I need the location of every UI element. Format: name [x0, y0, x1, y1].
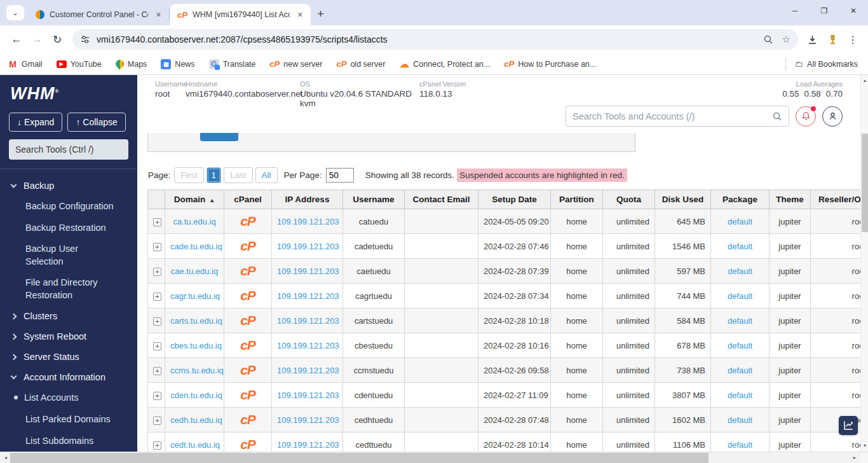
cpanel-logo-icon[interactable]: cP: [240, 313, 255, 328]
tab-close-icon[interactable]: ✕: [153, 10, 164, 20]
bookmark-star-icon[interactable]: ☆: [782, 34, 790, 45]
column-contact-email[interactable]: Contact Email: [405, 190, 478, 209]
user-account-button[interactable]: [822, 106, 843, 127]
ip-address-link[interactable]: 109.199.121.203: [277, 341, 339, 350]
domain-link[interactable]: cden.tu.edu.iq: [170, 390, 222, 400]
package-link[interactable]: default: [728, 366, 752, 375]
column-quota[interactable]: Quota: [603, 190, 655, 209]
package-link[interactable]: default: [728, 242, 752, 251]
bookmark-old-server[interactable]: cPold server: [336, 59, 385, 69]
package-link[interactable]: default: [728, 291, 752, 301]
tools-search-input[interactable]: [573, 111, 772, 121]
column-cpanel[interactable]: cPanel: [224, 190, 272, 209]
per-page-input[interactable]: [326, 168, 354, 183]
tab-close-icon[interactable]: ✕: [295, 10, 306, 20]
cpanel-logo-icon[interactable]: cP: [240, 288, 255, 303]
window-close-button[interactable]: ✕: [839, 0, 868, 22]
column-partition[interactable]: Partition: [551, 190, 603, 209]
column-disk-used[interactable]: Disk Used: [655, 190, 711, 209]
ip-address-link[interactable]: 109.199.121.203: [277, 415, 339, 425]
bookmark-cloudflare[interactable]: ☁Connect, Protect an...: [399, 59, 490, 69]
cpanel-logo-icon[interactable]: cP: [240, 338, 255, 352]
zoom-page-icon[interactable]: [763, 34, 773, 45]
column-package[interactable]: Package: [711, 190, 770, 209]
ip-address-link[interactable]: 109.199.121.203: [277, 291, 339, 301]
ip-address-link[interactable]: 109.199.121.203: [277, 390, 339, 400]
sidebar-item-backup-configuration[interactable]: Backup Configuration: [0, 196, 125, 218]
cpanel-logo-icon[interactable]: cP: [240, 263, 255, 278]
ip-address-link[interactable]: 109.199.121.203: [277, 217, 339, 226]
ip-address-link[interactable]: 109.199.121.203: [277, 440, 339, 450]
expand-row-icon[interactable]: +: [153, 317, 161, 326]
forward-button[interactable]: →: [27, 29, 47, 50]
cpanel-logo-icon[interactable]: cP: [240, 437, 255, 452]
domain-link[interactable]: cedt.tu.edu.iq: [170, 440, 220, 450]
column-username[interactable]: Username: [343, 190, 405, 209]
sidebar-search-input[interactable]: [9, 139, 128, 160]
bookmark-news[interactable]: ▤News: [161, 59, 194, 69]
cpanel-logo-icon[interactable]: cP: [240, 363, 255, 377]
package-link[interactable]: default: [728, 390, 752, 400]
domain-link[interactable]: cade.tu.edu.iq: [170, 242, 222, 251]
horizontal-scrollbar[interactable]: ◄ ►: [0, 452, 868, 463]
sidebar-item-list-parked-domains[interactable]: List Parked Domains: [0, 409, 125, 431]
sidebar-section-account-information[interactable]: Account Information: [0, 367, 137, 387]
sidebar-section-system-reboot[interactable]: System Reboot: [0, 326, 137, 347]
bookmark-maps[interactable]: Maps: [116, 60, 147, 69]
reload-button[interactable]: ↻: [47, 29, 67, 50]
domain-link[interactable]: cedh.tu.edu.iq: [170, 415, 222, 425]
bookmark-gmail[interactable]: MGmail: [8, 59, 43, 69]
expand-row-icon[interactable]: +: [153, 243, 161, 251]
sidebar-section-server-status[interactable]: Server Status: [0, 347, 137, 367]
sidebar-section-clusters[interactable]: Clusters: [0, 306, 137, 326]
last-page-button[interactable]: Last: [224, 167, 253, 183]
browser-tab-customer-panel[interactable]: Customer Control Panel - Conta ✕: [28, 4, 169, 25]
new-tab-button[interactable]: +: [317, 7, 324, 21]
column-ip-address[interactable]: IP Address: [272, 190, 343, 209]
first-page-button[interactable]: First: [174, 167, 203, 183]
window-maximize-button[interactable]: ❐: [810, 0, 839, 22]
whm-logo[interactable]: WHM®: [0, 83, 137, 110]
all-bookmarks-button[interactable]: 🗀All Bookmarks: [795, 59, 858, 69]
sidebar-item-backup-restoration[interactable]: Backup Restoration: [0, 218, 125, 239]
url-text[interactable]: vmi1679440.contaboserver.net:2087/cpsess…: [97, 34, 754, 45]
domain-link[interactable]: cae.tu.edu.iq: [171, 266, 218, 276]
back-button[interactable]: ←: [6, 29, 27, 50]
package-link[interactable]: default: [728, 440, 752, 450]
ip-address-link[interactable]: 109.199.121.203: [277, 316, 339, 326]
vertical-scrollbar[interactable]: ▲ ▼: [860, 75, 868, 452]
site-settings-icon[interactable]: [80, 34, 90, 45]
notifications-button[interactable]: [796, 106, 816, 127]
cpanel-logo-icon[interactable]: cP: [240, 387, 255, 402]
ip-address-link[interactable]: 109.199.121.203: [277, 266, 339, 276]
scroll-left-arrow[interactable]: ◄: [1, 452, 10, 463]
expand-row-icon[interactable]: +: [153, 342, 161, 350]
sidebar-item-file-directory-restoration[interactable]: File and Directory Restoration: [0, 272, 111, 306]
expand-row-icon[interactable]: +: [153, 367, 161, 375]
all-pages-button[interactable]: All: [255, 167, 278, 183]
tools-search-box[interactable]: [566, 106, 789, 127]
cpanel-logo-icon[interactable]: cP: [240, 412, 255, 427]
expand-all-button[interactable]: ↓ Expand: [9, 113, 62, 132]
package-link[interactable]: default: [728, 266, 752, 276]
ip-address-link[interactable]: 109.199.121.203: [277, 242, 339, 251]
browser-tab-whm[interactable]: cP WHM [vmi1679440] List Accoun ✕: [170, 4, 311, 25]
expand-row-icon[interactable]: +: [153, 392, 161, 400]
column-setup-date[interactable]: Setup Date: [478, 190, 551, 209]
package-link[interactable]: default: [728, 217, 752, 226]
expand-row-icon[interactable]: +: [153, 268, 161, 276]
domain-link[interactable]: cbes.tu.edu.iq: [170, 341, 222, 350]
search-submit-button[interactable]: [200, 133, 238, 141]
scroll-down-arrow[interactable]: ▼: [861, 441, 868, 450]
package-link[interactable]: default: [728, 415, 752, 425]
bookmark-youtube[interactable]: ▶YouTube: [57, 60, 102, 69]
bookmark-translate[interactable]: GTranslate: [209, 59, 256, 69]
ip-address-link[interactable]: 109.199.121.203: [277, 366, 339, 375]
current-page-button[interactable]: 1: [207, 167, 222, 183]
expand-row-icon[interactable]: +: [153, 218, 161, 226]
browser-menu-icon[interactable]: ⋮: [848, 34, 858, 46]
window-minimize-button[interactable]: ─: [780, 0, 810, 22]
scroll-right-arrow[interactable]: ►: [850, 452, 859, 463]
download-icon[interactable]: [807, 34, 818, 45]
analytics-fab-button[interactable]: [839, 416, 858, 435]
